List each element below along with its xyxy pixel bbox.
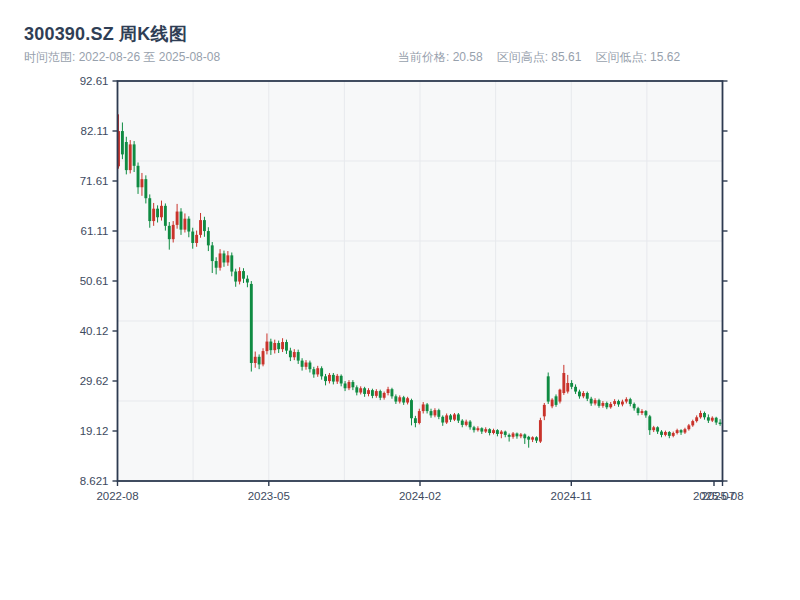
candle-body <box>156 209 159 218</box>
candle-body <box>273 343 276 350</box>
candle-body <box>418 411 421 423</box>
candle-body <box>308 363 311 370</box>
candle-body <box>558 390 561 402</box>
candle-body <box>152 209 155 221</box>
candle-body <box>402 397 405 402</box>
candle-body <box>699 413 702 417</box>
candle-body <box>340 376 343 384</box>
candle-body <box>574 387 577 392</box>
candle-body <box>547 376 550 401</box>
candle-body <box>164 206 167 226</box>
candle-body <box>691 421 694 425</box>
y-tick-label: 19.12 <box>80 425 109 437</box>
candle-body <box>656 427 659 431</box>
candle-body <box>652 427 655 430</box>
candle-body <box>586 393 589 399</box>
candle-body <box>461 421 464 425</box>
candle-body <box>484 429 487 431</box>
candle-body <box>148 198 151 221</box>
candle-body <box>312 369 315 374</box>
kline-chart: 92.6182.1171.6161.1150.6140.1229.6219.12… <box>0 0 800 600</box>
candle-body <box>539 420 542 441</box>
candle-body <box>262 351 265 364</box>
candle-body <box>168 226 171 239</box>
candle-body <box>363 388 366 394</box>
candle-body <box>582 393 585 396</box>
candle-body <box>703 413 706 417</box>
candle-body <box>445 415 448 422</box>
candle-body <box>211 245 214 261</box>
candle-body <box>644 411 647 415</box>
candle-body <box>465 422 468 425</box>
candle-body <box>391 389 394 396</box>
candle-body <box>512 433 515 436</box>
candle-body <box>144 179 147 198</box>
candle-body <box>172 225 175 239</box>
candle-body <box>621 402 624 405</box>
candle-body <box>613 401 616 404</box>
candle-body <box>449 415 452 419</box>
candle-body <box>605 403 608 407</box>
candle-body <box>328 375 331 381</box>
candle-body <box>129 144 132 170</box>
x-tick-label: 2025-08 <box>701 490 743 502</box>
candle-body <box>226 255 229 262</box>
candle-body <box>625 399 628 401</box>
candle-body <box>687 425 690 429</box>
y-tick-label: 92.61 <box>80 75 109 87</box>
candle-body <box>375 391 378 396</box>
candle-body <box>683 429 686 432</box>
y-tick-label: 40.12 <box>80 325 109 337</box>
candle-body <box>187 219 190 232</box>
candle-body <box>140 179 143 187</box>
candle-body <box>332 375 335 382</box>
candle-body <box>492 430 495 433</box>
candle-body <box>551 400 554 407</box>
candle-body <box>504 432 507 435</box>
candle-body <box>508 435 511 437</box>
candle-body <box>121 131 124 154</box>
candle-body <box>305 363 308 367</box>
candle-body <box>441 417 444 423</box>
candle-body <box>289 351 292 358</box>
candle-body <box>320 368 323 376</box>
candle-body <box>324 376 327 381</box>
candle-body <box>457 414 460 420</box>
candle-body <box>269 342 272 351</box>
candle-body <box>480 428 483 431</box>
candle-body <box>230 255 233 271</box>
x-tick-label: 2023-05 <box>248 490 290 502</box>
candle-body <box>191 232 194 243</box>
candle-body <box>344 383 347 388</box>
candle-body <box>265 342 268 352</box>
candle-body <box>219 253 222 267</box>
candle-body <box>242 271 245 279</box>
y-tick-label: 8.621 <box>80 475 109 487</box>
candle-body <box>711 418 714 421</box>
candle-body <box>223 253 226 262</box>
candle-body <box>648 416 651 430</box>
candle-body <box>680 430 683 432</box>
candle-body <box>516 433 519 436</box>
candle-body <box>555 396 558 405</box>
x-tick-label: 2024-11 <box>551 490 592 502</box>
candle-body <box>199 220 202 235</box>
candle-body <box>473 427 476 430</box>
candle-body <box>695 417 698 421</box>
candle-body <box>523 434 526 438</box>
candle-body <box>180 212 183 230</box>
y-tick-label: 50.61 <box>80 275 109 287</box>
candle-body <box>410 400 413 418</box>
candle-body <box>629 399 632 404</box>
kline-svg: 92.6182.1171.6161.1150.6140.1229.6219.12… <box>0 0 800 600</box>
candle-body <box>125 142 128 170</box>
y-tick-label: 82.11 <box>81 125 109 137</box>
candle-body <box>371 390 374 396</box>
y-tick-label: 71.61 <box>80 175 109 187</box>
candle-body <box>430 411 433 415</box>
candle-body <box>488 429 491 433</box>
candle-body <box>297 352 300 361</box>
candle-body <box>598 400 601 406</box>
candle-body <box>406 398 409 402</box>
candle-body <box>641 411 644 413</box>
